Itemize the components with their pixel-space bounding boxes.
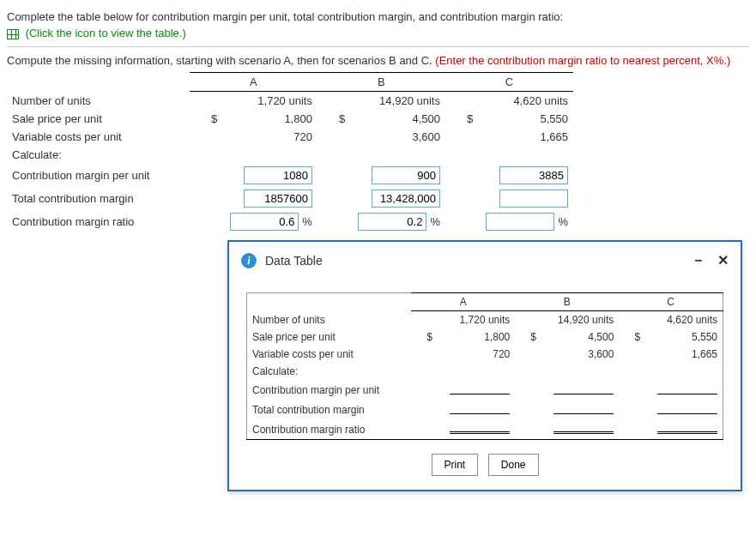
cmr-a-input[interactable] — [230, 213, 299, 231]
row-varcost-label: Variable costs per unit — [7, 128, 190, 146]
sale-c: 5,550 — [540, 112, 568, 125]
divider — [7, 46, 749, 47]
row-cmpu-label: Contribution margin per unit — [7, 164, 190, 187]
percent-sign: % — [302, 215, 312, 228]
tcm-b-input[interactable] — [372, 190, 440, 208]
units-b: 14,920 units — [318, 92, 445, 111]
percent-sign: % — [430, 215, 440, 228]
row-tcm-label: Total contribution margin — [7, 187, 190, 210]
col-header-a: A — [190, 73, 318, 92]
tcm-a-input[interactable] — [244, 190, 312, 208]
row-units-label: Number of units — [7, 92, 190, 111]
row-cmr-label: Contribution margin ratio — [7, 210, 190, 233]
instruction-line-1: Complete the table below for contributio… — [7, 10, 749, 23]
dollar-sign: $ — [467, 112, 473, 125]
dollar-sign: $ — [211, 112, 217, 125]
view-table-link[interactable]: (Click the icon to view the table.) — [26, 27, 186, 39]
cmpu-b-input[interactable] — [372, 166, 440, 184]
sale-b: 4,500 — [412, 112, 440, 125]
dollar-sign: $ — [339, 112, 345, 125]
cmr-c-input[interactable] — [486, 213, 554, 231]
tcm-c-input[interactable] — [499, 190, 568, 208]
main-table: A B C Number of units 1,720 units 14,920… — [7, 72, 573, 233]
cmpu-a-input[interactable] — [244, 166, 312, 184]
rounding-hint: (Enter the contribution margin ratio to … — [435, 54, 730, 67]
cmr-b-input[interactable] — [358, 213, 426, 231]
units-c: 4,620 units — [445, 92, 573, 111]
table-icon[interactable] — [7, 29, 19, 39]
varcost-b: 3,600 — [318, 128, 445, 146]
col-header-b: B — [318, 73, 445, 92]
varcost-c: 1,665 — [445, 128, 573, 146]
cmpu-c-input[interactable] — [499, 166, 568, 184]
units-a: 1,720 units — [190, 92, 318, 111]
sale-a: 1,800 — [284, 112, 312, 125]
percent-sign: % — [558, 215, 568, 228]
row-sale-label: Sale price per unit — [7, 110, 190, 128]
varcost-a: 720 — [190, 128, 318, 146]
row-calculate-label: Calculate: — [7, 146, 190, 164]
instruction-line-2: Compute the missing information, startin… — [7, 54, 435, 67]
col-header-c: C — [445, 73, 573, 92]
